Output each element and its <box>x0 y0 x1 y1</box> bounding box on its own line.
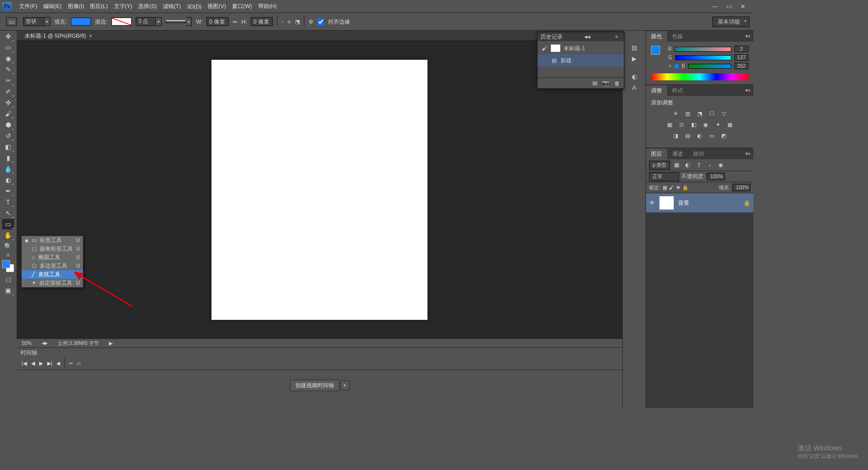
g-slider[interactable] <box>675 55 731 60</box>
layer-filter-type[interactable]: ρ 类型 <box>649 161 670 170</box>
color-panel-menu[interactable]: ▾≡ <box>742 34 753 39</box>
timeline-type-dropdown[interactable]: ▼ <box>341 381 350 390</box>
filter-pixel-icon[interactable]: ▦ <box>672 161 681 169</box>
menu-select[interactable]: 选择(S) <box>135 1 160 12</box>
menu-edit[interactable]: 编辑(E) <box>40 1 65 12</box>
invert-icon[interactable]: ◨ <box>671 132 680 140</box>
tool-mode-dropdown[interactable]: 形状 <box>23 17 44 26</box>
hand-tool[interactable]: ✋ <box>2 230 14 241</box>
timeline-split-icon[interactable]: ✂ <box>69 361 73 366</box>
minimize-button[interactable]: ─ <box>710 3 719 10</box>
blend-mode-dropdown[interactable]: 正常 <box>649 172 679 181</box>
menu-image[interactable]: 图像(I) <box>65 1 87 12</box>
status-arrow-icon[interactable]: ▶ <box>109 340 113 346</box>
zoom-level[interactable]: 50% <box>22 340 32 346</box>
eyedropper-tool[interactable]: ✐ <box>2 86 14 97</box>
color-ramp[interactable] <box>651 73 748 80</box>
history-panel-menu[interactable]: ≡ <box>612 34 621 39</box>
stamp-tool[interactable]: ⬢ <box>2 120 14 130</box>
brightness-icon[interactable]: ☀ <box>671 109 680 118</box>
channels-tab[interactable]: 通道 <box>667 149 688 159</box>
adjustments-tab[interactable]: 调整 <box>646 85 667 96</box>
menu-file[interactable]: 文件(F) <box>16 1 40 12</box>
delete-state-icon[interactable]: 🗑 <box>614 80 620 86</box>
close-button[interactable]: ✕ <box>738 3 747 10</box>
quick-select-tool[interactable]: ✎ <box>2 64 14 75</box>
dock-character-icon[interactable]: A <box>629 83 639 92</box>
foreground-background-colors[interactable] <box>2 260 14 272</box>
menu-help[interactable]: 帮助(H) <box>255 1 280 12</box>
blur-tool[interactable]: 💧 <box>2 164 14 174</box>
g-value[interactable]: 137 <box>734 54 748 61</box>
layers-panel-menu[interactable]: ▾≡ <box>742 151 753 156</box>
shape-tool[interactable]: ▭ <box>2 219 14 229</box>
timeline-prev-frame[interactable]: ◀ <box>31 361 35 366</box>
r-value[interactable]: 2 <box>734 46 748 52</box>
width-input[interactable] <box>206 17 229 26</box>
gear-icon[interactable]: ⚙ <box>308 19 313 25</box>
path-select-tool[interactable]: ↖ <box>2 208 14 218</box>
filter-adjust-icon[interactable]: ◐ <box>683 161 692 169</box>
layer-visibility-icon[interactable]: 👁 <box>649 199 655 206</box>
menu-filter[interactable]: 滤镜(T) <box>160 1 184 12</box>
history-brush-tool[interactable]: ↺ <box>2 131 14 141</box>
swap-colors-icon[interactable]: ⤭ <box>2 252 14 258</box>
flyout-custom-shape-tool[interactable]: ✦ 自定形状工具 U <box>22 279 83 287</box>
posterize-icon[interactable]: ▤ <box>683 132 692 140</box>
menu-layer[interactable]: 图层(L) <box>87 1 111 12</box>
mixer-icon[interactable]: ✦ <box>713 121 722 129</box>
color-tab[interactable]: 颜色 <box>646 31 667 42</box>
stroke-color-swatch[interactable] <box>112 18 132 26</box>
exposure-icon[interactable]: ☐ <box>707 109 716 118</box>
paths-tab[interactable]: 路径 <box>688 149 709 159</box>
gradient-map-icon[interactable]: ▭ <box>707 132 716 140</box>
b-slider[interactable] <box>688 64 731 69</box>
timeline-transition-icon[interactable]: ▱ <box>77 361 81 366</box>
link-wh-icon[interactable]: ⇔ <box>233 19 237 25</box>
canvas[interactable] <box>211 60 427 320</box>
fill-color-swatch[interactable] <box>71 18 91 26</box>
threshold-icon[interactable]: ◐ <box>695 132 704 140</box>
flyout-ellipse-tool[interactable]: ○ 椭圆工具 U <box>22 253 83 262</box>
styles-tab[interactable]: 样式 <box>667 85 688 96</box>
fill-input[interactable]: 100% <box>732 184 750 191</box>
height-input[interactable] <box>251 17 273 26</box>
marquee-tool[interactable]: ▭ <box>2 42 14 53</box>
timeline-last-frame[interactable]: ◀ <box>56 361 60 366</box>
lasso-tool[interactable]: ◉ <box>2 53 14 64</box>
flyout-rectangle-tool[interactable]: ■▭ 矩形工具 U <box>22 236 83 245</box>
timeline-tab-label[interactable]: 时间轴 <box>21 349 37 357</box>
filter-type-icon[interactable]: T <box>694 161 703 169</box>
maximize-button[interactable]: ▭ <box>724 3 733 10</box>
curves-icon[interactable]: ⬔ <box>695 109 704 118</box>
stroke-width-input[interactable]: 3 点 <box>136 17 156 26</box>
type-tool[interactable]: T <box>2 197 14 207</box>
canvas-viewport[interactable] <box>17 41 622 338</box>
lock-all-icon[interactable]: 🔒 <box>682 185 688 190</box>
pen-tool[interactable]: ✒ <box>2 186 14 196</box>
flyout-rounded-rectangle-tool[interactable]: ▢ 圆角矩形工具 U <box>22 245 83 253</box>
history-snapshot[interactable]: 🖌 未标题-1 <box>537 42 624 54</box>
menu-3d[interactable]: 3D(D) <box>184 2 204 11</box>
layer-name[interactable]: 背景 <box>678 199 689 207</box>
brush-tool[interactable]: 🖌 <box>2 108 14 119</box>
r-slider[interactable] <box>675 47 731 52</box>
bw-icon[interactable]: ◧ <box>689 121 698 129</box>
eraser-tool[interactable]: ◧ <box>2 142 14 152</box>
create-video-timeline-button[interactable]: 创建视频时间轴 <box>290 380 340 391</box>
selective-icon[interactable]: ◩ <box>719 132 728 140</box>
vibrance-icon[interactable]: ▽ <box>719 109 728 118</box>
stroke-style-dropdown[interactable]: ▼ <box>186 17 192 26</box>
arrange-icon[interactable]: ⬔ <box>295 19 300 25</box>
screen-mode-toggle[interactable]: ▣ <box>2 285 14 296</box>
hue-icon[interactable]: ▦ <box>665 121 674 129</box>
timeline-play[interactable]: ▶ <box>39 361 43 366</box>
layer-thumbnail[interactable] <box>659 196 674 210</box>
layer-item-background[interactable]: 👁 背景 🔒 <box>646 193 753 212</box>
stroke-width-dropdown[interactable]: ▼ <box>156 17 162 26</box>
timeline-next-frame[interactable]: ▶| <box>47 361 53 366</box>
dock-actions-icon[interactable]: ▶ <box>629 54 639 63</box>
b-value[interactable]: 252 <box>734 63 748 69</box>
tool-mode-dropdown-arrow[interactable]: ▼ <box>44 17 50 26</box>
flyout-line-tool[interactable]: ╱ 直线工具 U <box>22 270 83 279</box>
